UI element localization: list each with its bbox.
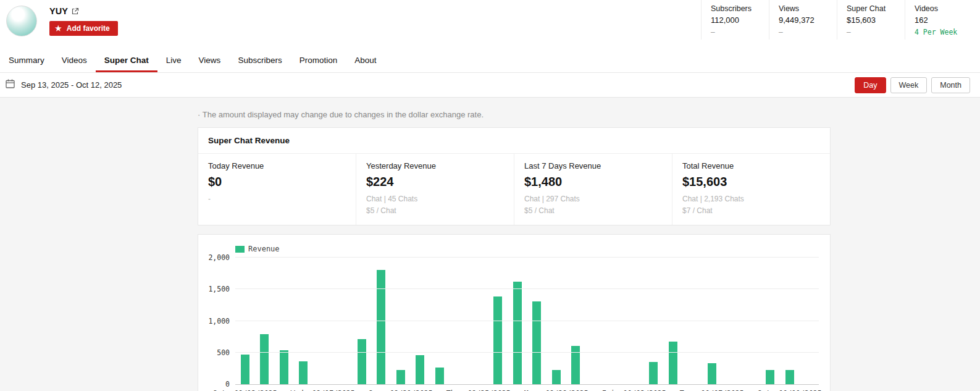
- revenue-col-yesterday: Yesterday Revenue $224 Chat | 45 Chats $…: [356, 154, 514, 225]
- revenue-bar-09/21/2025[interactable]: [396, 370, 405, 385]
- calendar-icon: [5, 78, 15, 91]
- bar-slot: [372, 258, 392, 384]
- tab-videos[interactable]: Videos: [53, 48, 96, 72]
- revenue-columns: Today Revenue $0 - Yesterday Revenue $22…: [198, 154, 830, 225]
- tab-about[interactable]: About: [346, 48, 385, 72]
- bar-slot: [644, 258, 664, 384]
- gridline: [235, 288, 819, 289]
- star-icon: ★: [55, 25, 62, 32]
- nav-tabs: SummaryVideosSuper ChatLiveViewsSubscrib…: [0, 48, 980, 73]
- legend-swatch: [235, 246, 245, 253]
- revenue-chart-card: Revenue 05001,0001,5002,000 Sat, 09/13/2…: [198, 234, 831, 391]
- tab-live[interactable]: Live: [157, 48, 190, 72]
- revenue-bar-09/22/2025[interactable]: [416, 355, 424, 384]
- period-button-month[interactable]: Month: [931, 77, 970, 93]
- bar-slot: [488, 258, 508, 384]
- bar-slot: [663, 258, 683, 384]
- period-buttons: DayWeekMonth: [855, 77, 970, 93]
- channel-info: YUY ★ Add favorite: [49, 6, 118, 36]
- gridline: [235, 257, 819, 258]
- bar-slot: [566, 258, 586, 384]
- tab-summary[interactable]: Summary: [0, 48, 53, 72]
- revenue-col-last7days: Last 7 Days Revenue $1,480 Chat | 297 Ch…: [514, 154, 672, 225]
- bar-slot: [430, 258, 450, 384]
- revenue-summary-card: Super Chat Revenue Today Revenue $0 - Ye…: [198, 127, 831, 225]
- bar-slot: [235, 258, 255, 384]
- bar-slot: [255, 258, 275, 384]
- y-axis-tick-label: 1,500: [208, 285, 230, 293]
- chart-plot-area: 05001,0001,5002,000: [235, 258, 819, 385]
- revenue-bar-09/29/2025[interactable]: [552, 370, 561, 385]
- revenue-bar-10/07/2025[interactable]: [708, 363, 716, 384]
- bar-slot: [508, 258, 527, 384]
- revenue-bar-09/23/2025[interactable]: [435, 368, 444, 385]
- bar-slot: [469, 258, 488, 384]
- channel-name: YUY: [49, 6, 68, 16]
- bar-slot: [780, 258, 800, 384]
- revenue-bar-09/15/2025[interactable]: [280, 350, 288, 384]
- period-button-day[interactable]: Day: [855, 77, 886, 93]
- bar-slot: [683, 258, 703, 384]
- revenue-bar-10/05/2025[interactable]: [669, 342, 677, 385]
- revenue-bar-09/13/2025[interactable]: [241, 355, 249, 384]
- date-bar: Sep 13, 2025 - Oct 12, 2025 DayWeekMonth: [0, 73, 980, 98]
- bar-slot: [450, 258, 469, 384]
- channel-header: YUY ★ Add favorite Subscribers 112,000 –…: [0, 0, 980, 48]
- bar-slot: [761, 258, 781, 384]
- bar-slot: [274, 258, 294, 384]
- main-content: · The amount displayed may change due to…: [0, 98, 980, 391]
- bar-slot: [313, 258, 333, 384]
- y-axis-tick-label: 1,000: [208, 317, 230, 326]
- tab-promotion[interactable]: Promotion: [291, 48, 346, 72]
- exchange-rate-note: · The amount displayed may change due to…: [198, 110, 831, 119]
- tab-subscribers[interactable]: Subscribers: [229, 48, 290, 72]
- revenue-bar-09/26/2025[interactable]: [493, 296, 502, 384]
- revenue-bar-10/04/2025[interactable]: [649, 362, 658, 384]
- revenue-bar-09/16/2025[interactable]: [299, 361, 308, 384]
- bar-slot: [527, 258, 547, 384]
- bar-slot: [333, 258, 353, 384]
- header-stats: Subscribers 112,000 – Views 9,449,372 – …: [701, 0, 980, 40]
- bar-slot: [722, 258, 742, 384]
- legend-label: Revenue: [248, 245, 280, 253]
- revenue-bar-09/19/2025[interactable]: [358, 339, 366, 384]
- gridline: [235, 321, 819, 321]
- revenue-card-title: Super Chat Revenue: [198, 128, 830, 154]
- y-axis-tick-label: 0: [225, 380, 230, 389]
- stat-subscribers: Subscribers 112,000 –: [701, 0, 769, 40]
- stat-superchat: Super Chat $15,603 –: [837, 0, 905, 40]
- bar-slot: [547, 258, 566, 384]
- external-link-icon[interactable]: [72, 7, 79, 15]
- date-range-picker[interactable]: Sep 13, 2025 - Oct 12, 2025: [5, 78, 122, 91]
- bar-slot: [585, 258, 605, 384]
- channel-identity: YUY ★ Add favorite: [0, 0, 118, 36]
- add-favorite-label: Add favorite: [67, 24, 110, 33]
- revenue-bar-09/20/2025[interactable]: [377, 270, 385, 385]
- chart-bars: [235, 258, 819, 384]
- revenue-bar-10/11/2025[interactable]: [785, 370, 794, 384]
- chart-legend: Revenue: [235, 245, 280, 253]
- revenue-bar-09/27/2025[interactable]: [513, 282, 522, 384]
- bar-slot: [702, 258, 722, 384]
- channel-avatar[interactable]: [6, 6, 37, 36]
- tab-views[interactable]: Views: [190, 48, 230, 72]
- revenue-bar-09/28/2025[interactable]: [532, 301, 541, 384]
- bar-slot: [800, 258, 819, 384]
- bar-slot: [411, 258, 430, 384]
- tab-super-chat[interactable]: Super Chat: [96, 48, 157, 72]
- add-favorite-button[interactable]: ★ Add favorite: [49, 21, 118, 36]
- revenue-col-today: Today Revenue $0 -: [198, 154, 356, 225]
- revenue-bar-09/14/2025[interactable]: [260, 334, 269, 384]
- date-range-text: Sep 13, 2025 - Oct 12, 2025: [21, 80, 122, 90]
- revenue-bar-10/10/2025[interactable]: [766, 370, 774, 385]
- period-button-week[interactable]: Week: [890, 77, 928, 93]
- bar-slot: [624, 258, 644, 384]
- stat-views: Views 9,449,372 –: [769, 0, 837, 40]
- bar-slot: [605, 258, 625, 384]
- gridline: [235, 352, 819, 353]
- y-axis-tick-label: 500: [217, 348, 230, 357]
- y-axis-tick-label: 2,000: [208, 253, 230, 262]
- bar-slot: [352, 258, 372, 384]
- bar-slot: [294, 258, 314, 384]
- revenue-col-total: Total Revenue $15,603 Chat | 2,193 Chats…: [672, 154, 830, 225]
